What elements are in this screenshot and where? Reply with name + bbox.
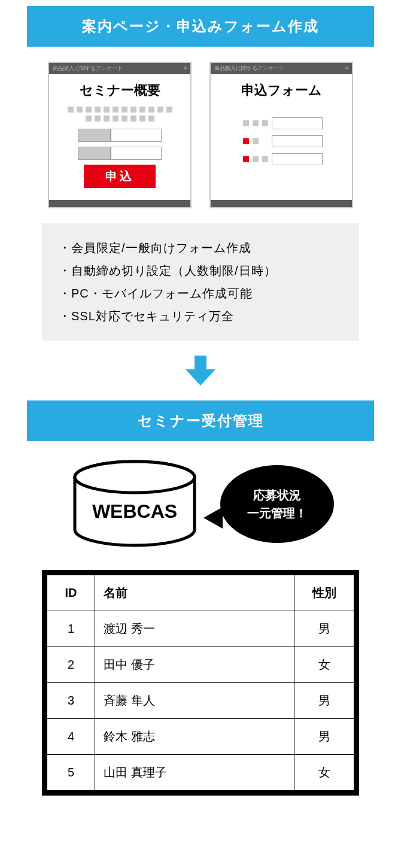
cell-id: 2 — [47, 647, 95, 683]
table-row: 1 渡辺 秀一 男 — [47, 611, 354, 647]
cell-gender: 女 — [294, 755, 354, 791]
banner-form-creation: 案内ページ・申込みフォーム作成 — [27, 6, 374, 47]
applicant-table: ID 名前 性別 1 渡辺 秀一 男 2 田中 優子 女 3 斉藤 隼人 男 — [42, 570, 359, 796]
table-row: 5 山田 真理子 女 — [47, 755, 354, 791]
bubble-text: 応募状況 一元管理！ — [247, 486, 307, 522]
cell-name: 山田 真理子 — [95, 755, 294, 791]
feature-item: ・自動締め切り設定（人数制限/日時） — [59, 259, 342, 282]
titlebar-icon: ≡ — [184, 65, 187, 72]
placeholder-dots — [57, 107, 182, 122]
form-placeholder-rows — [219, 117, 344, 165]
database-section: WEBCAS 応募状況 一元管理！ — [0, 459, 401, 549]
cell-gender: 男 — [294, 719, 354, 755]
seminar-overview-mockup: 商品購入に関するアンケート ≡ セミナー概要 申込 — [48, 62, 192, 208]
table-row: 3 斉藤 隼人 男 — [47, 683, 354, 719]
feature-item: ・SSL対応でセキュリティ万全 — [59, 305, 342, 327]
arrow-down-icon — [0, 353, 401, 389]
svg-point-1 — [75, 462, 195, 493]
cell-name: 田中 優子 — [95, 647, 294, 683]
header-name: 名前 — [95, 575, 294, 611]
application-form-mockup: 商品購入に関するアンケート ≡ 申込フォーム — [209, 62, 353, 208]
cell-name: 鈴木 雅志 — [95, 719, 294, 755]
titlebar-text: 商品購入に関するアンケート — [53, 65, 123, 72]
mockup-footer — [49, 200, 190, 207]
db-label: WEBCAS — [92, 500, 177, 522]
cell-gender: 男 — [294, 683, 354, 719]
mockup-field — [57, 129, 182, 142]
cell-name: 渡辺 秀一 — [95, 611, 294, 647]
feature-list: ・会員限定/一般向けフォーム作成 ・自動締め切り設定（人数制限/日時） ・PC・… — [42, 223, 359, 341]
titlebar-icon: ≡ — [345, 65, 348, 72]
header-gender: 性別 — [294, 575, 354, 611]
cell-gender: 女 — [294, 647, 354, 683]
mockup-field — [57, 147, 182, 160]
cell-id: 1 — [47, 611, 95, 647]
cell-name: 斉藤 隼人 — [95, 683, 294, 719]
mockup-footer — [211, 200, 352, 207]
speech-bubble: 応募状況 一元管理！ — [220, 465, 334, 543]
header-id: ID — [47, 575, 95, 611]
banner-reception-mgmt: セミナー受付管理 — [27, 400, 374, 441]
table-row: 4 鈴木 雅志 男 — [47, 719, 354, 755]
mockup-titlebar: 商品購入に関するアンケート ≡ — [49, 63, 190, 74]
titlebar-text: 商品購入に関するアンケート — [214, 65, 284, 72]
mockup-row: 商品購入に関するアンケート ≡ セミナー概要 申込 商品購入に関するアンケート … — [0, 62, 401, 208]
cell-id: 4 — [47, 719, 95, 755]
table-header-row: ID 名前 性別 — [47, 575, 354, 611]
cell-gender: 男 — [294, 611, 354, 647]
feature-item: ・会員限定/一般向けフォーム作成 — [59, 236, 342, 259]
apply-button: 申込 — [84, 165, 156, 188]
database-icon: WEBCAS — [68, 459, 202, 549]
cell-id: 3 — [47, 683, 95, 719]
mockup-heading: セミナー概要 — [57, 81, 182, 99]
feature-item: ・PC・モバイルフォーム作成可能 — [59, 282, 342, 305]
mockup-titlebar: 商品購入に関するアンケート ≡ — [211, 63, 352, 74]
mockup-heading: 申込フォーム — [219, 81, 344, 99]
cell-id: 5 — [47, 755, 95, 791]
table-row: 2 田中 優子 女 — [47, 647, 354, 683]
